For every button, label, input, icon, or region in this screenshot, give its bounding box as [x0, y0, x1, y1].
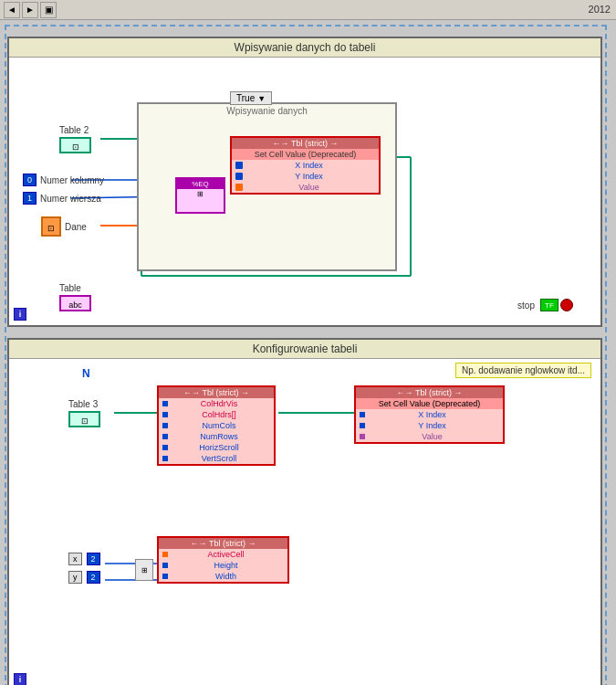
panel2: Konfigurowanie tabeli N Table 3 ⊡ ←→ Tbl… [7, 338, 602, 685]
active-cell-header: ←→ Tbl (strict) → [159, 538, 287, 549]
y-const-value: 2 [87, 571, 100, 584]
converter-body: ⊞ [177, 189, 224, 199]
forward-button[interactable]: ► [22, 2, 38, 18]
panel1-info-icon[interactable]: i [14, 308, 26, 321]
tbl-strict-label-right: → [329, 139, 338, 148]
stop-area: stop TF [517, 299, 573, 311]
x-index-connector [235, 162, 243, 169]
panel2-wires [9, 340, 604, 685]
right-tbl-arrows: ←→ [397, 388, 415, 397]
stop-label: stop [517, 300, 535, 311]
x-const-value: 2 [87, 553, 100, 565]
panel1: Wpisywanie danych do tabeli True ▼ [7, 37, 602, 327]
y-index-row: Y Index [232, 171, 379, 182]
value-label: Value [243, 183, 375, 192]
y-const-label: y [68, 571, 82, 584]
left-tbl-header: ←→ Tbl (strict) → [159, 387, 274, 398]
table-bottom-label: Table [59, 283, 91, 293]
canvas-area: Wpisywanie danych do tabeli True ▼ [0, 20, 616, 685]
vert-scroll-row: VertScroll [159, 453, 274, 464]
y-index-right-row: Y Index [356, 420, 503, 431]
col-hdrs-label: ColHdrs[] [168, 410, 270, 419]
num-rows-label: NumRows [168, 432, 270, 441]
n-label: N [82, 367, 90, 380]
x-index-right-label: X Index [365, 410, 499, 419]
set-cell-value-right-title: Set Cell Value (Deprecated) [356, 398, 503, 409]
numer-wiersza-label: Numer wiersza [40, 194, 101, 204]
value-right-row: Value [356, 431, 503, 442]
while-loop-frame: True ▼ Wpisywanie danych ←→ Tbl (strict)… [137, 102, 397, 271]
col-hdr-vis-row: ColHdrVis [159, 398, 274, 409]
right-tbl-label: Tbl (strict) [415, 388, 452, 397]
tbl-strict-label-left: ←→ [273, 139, 289, 148]
left-tbl-arrow-right: → [241, 388, 249, 397]
tbl-strict-text: Tbl (strict) [291, 139, 328, 148]
col-hdr-vis-label: ColHdrVis [168, 399, 270, 408]
y-index-label: Y Index [243, 172, 375, 181]
true-label: True [236, 93, 255, 103]
merge-node: ⊞ [135, 559, 153, 581]
np-label: Np. dodawanie nglowkow itd... [455, 363, 591, 378]
right-tbl-arrow-right: → [454, 388, 462, 397]
left-tbl-arrows: ←→ [183, 388, 202, 397]
value-right-label: Value [365, 432, 499, 441]
y-index-right-label: Y Index [365, 421, 499, 430]
set-cell-value-node: ←→ Tbl (strict) → Set Cell Value (Deprec… [230, 136, 381, 195]
tf-button[interactable]: TF [540, 299, 559, 311]
icon3-button[interactable]: ▣ [40, 2, 57, 18]
right-tbl-header: ←→ Tbl (strict) → [356, 387, 503, 398]
x-index-right-row: X Index [356, 409, 503, 420]
active-cell-label: ActiveCell [168, 550, 284, 559]
numer-kolumny-container: 0 Numer kolumny [23, 174, 104, 186]
col-hdrs-row: ColHdrs[] [159, 409, 274, 420]
y-index-connector [235, 173, 243, 180]
panel2-info-icon[interactable]: i [14, 673, 26, 685]
converter-node: %EQ ⊞ [175, 177, 225, 214]
panel2-title: Konfigurowanie tabeli [9, 340, 600, 359]
horiz-scroll-row: HorizScroll [159, 442, 274, 453]
active-cell-tbl-label: Tbl (strict) [209, 539, 245, 548]
num-cols-row: NumCols [159, 420, 274, 431]
const-0: 0 [23, 174, 37, 186]
toolbar: ◄ ► ▣ 2012 [0, 0, 616, 20]
x-const-container: x 2 [68, 553, 100, 565]
dane-container: ⊡ Dane [41, 216, 87, 237]
dane-node: ⊡ [41, 216, 61, 237]
table2-node: ⊡ [59, 137, 91, 153]
x-const-label: x [68, 553, 82, 565]
year-label: 2012 [589, 4, 611, 15]
set-cell-value-title: Set Cell Value (Deprecated) [232, 149, 379, 160]
vert-scroll-label: VertScroll [168, 454, 270, 463]
back-button[interactable]: ◄ [4, 2, 20, 18]
dane-label: Dane [65, 222, 87, 232]
stop-red-button[interactable] [560, 299, 573, 311]
right-tbl-node: ←→ Tbl (strict) → Set Cell Value (Deprec… [354, 385, 505, 444]
table3-node: ⊡ [68, 411, 100, 427]
active-cell-arrow-right: → [247, 539, 256, 548]
converter-header: %EQ [177, 179, 224, 189]
width-row: Width [159, 571, 287, 582]
height-row: Height [159, 560, 287, 571]
table3-container: Table 3 ⊡ [68, 399, 100, 427]
x-index-row: X Index [232, 160, 379, 171]
dropdown-icon[interactable]: ▼ [257, 94, 266, 103]
width-label: Width [168, 572, 284, 581]
num-cols-label: NumCols [168, 421, 270, 430]
height-label: Height [168, 561, 284, 570]
table3-label: Table 3 [68, 399, 100, 409]
x-index-label: X Index [243, 161, 375, 170]
active-cell-arrows: ←→ [191, 539, 209, 548]
table-bottom-container: Table abc [59, 283, 91, 311]
active-cell-node: ←→ Tbl (strict) → ActiveCell Height Widt… [157, 536, 289, 584]
numer-kolumny-label: Numer kolumny [40, 175, 104, 185]
num-rows-row: NumRows [159, 431, 274, 442]
tbl-strict-header: ←→ Tbl (strict) → [232, 138, 379, 149]
value-row: Value [232, 182, 379, 193]
table-bottom-node: abc [59, 295, 91, 311]
const-1: 1 [23, 192, 37, 205]
true-selector[interactable]: True ▼ [230, 91, 272, 105]
left-tbl-label: Tbl (strict) [202, 388, 238, 397]
active-cell-row: ActiveCell [159, 549, 287, 560]
left-tbl-node: ←→ Tbl (strict) → ColHdrVis ColHdrs[] Nu… [157, 385, 276, 466]
panel1-title: Wpisywanie danych do tabeli [9, 38, 600, 58]
